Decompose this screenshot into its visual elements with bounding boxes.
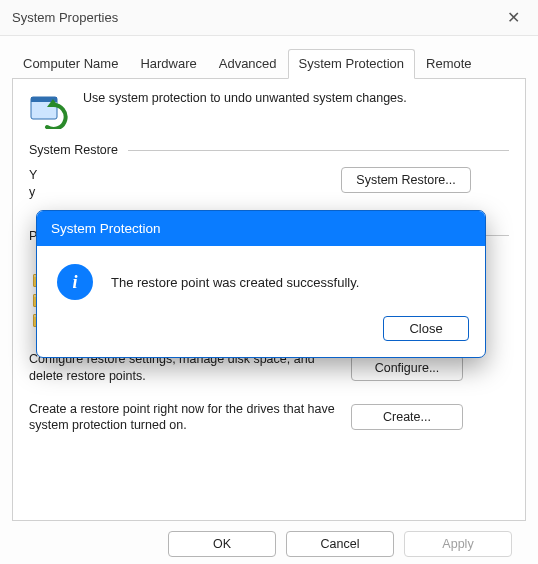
titlebar: System Properties ✕ — [0, 0, 538, 36]
window-title: System Properties — [12, 10, 118, 25]
system-properties-window: System Properties ✕ Computer Name Hardwa… — [0, 0, 538, 564]
dialog-message: The restore point was created successful… — [111, 275, 359, 290]
system-protection-dialog: System Protection i The restore point wa… — [36, 210, 486, 358]
close-button[interactable]: Close — [383, 316, 469, 341]
dialog-footer: Close — [37, 316, 485, 357]
dialog-title: System Protection — [37, 211, 485, 246]
close-icon[interactable]: ✕ — [499, 8, 528, 28]
info-icon: i — [57, 264, 93, 300]
client-area: Computer Name Hardware Advanced System P… — [0, 36, 538, 564]
dialog-body: i The restore point was created successf… — [37, 246, 485, 316]
